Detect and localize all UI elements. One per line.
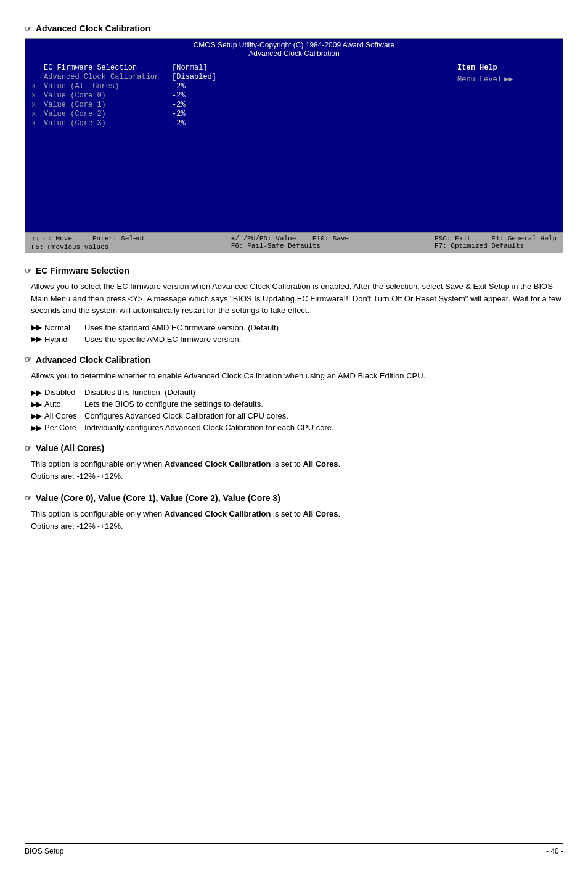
footer-plusminus: +/-/PU/PD: Value F10: Save — [231, 235, 349, 242]
bios-left-panel: EC Firmware Selection [Normal] Advanced … — [25, 60, 452, 232]
acc-option-auto: ▶▶ Auto Lets the BIOS to configure the s… — [31, 399, 563, 409]
acc-option-percore: ▶▶ Per Core Individually configures Adva… — [31, 423, 563, 432]
footer-move-enter: ↑↓→←: Move Enter: Select — [31, 235, 145, 242]
bios-footer: ↑↓→←: Move Enter: Select F5: Previous Va… — [25, 232, 563, 253]
footer-f7: F7: Optimized Defaults — [435, 242, 557, 250]
acc-arrow-icon: ☞ — [25, 355, 32, 364]
ec-firmware-heading: ☞ EC Firmware Selection — [25, 266, 563, 276]
bios-item-value-core0: x Value (Core 0) -2% — [31, 91, 446, 100]
value-allcores-body: This option is configurable only when Ad… — [25, 458, 563, 482]
ec-arrow-icon: ☞ — [25, 266, 32, 276]
acc-option-allcores: ▶▶ All Cores Configures Advanced Clock C… — [31, 411, 563, 420]
value-cores-body: This option is configurable only when Ad… — [25, 508, 563, 532]
bios-item-ec-firmware[interactable]: EC Firmware Selection [Normal] — [31, 63, 446, 72]
ec-heading-text: EC Firmware Selection — [36, 266, 129, 276]
bios-setup-box: CMOS Setup Utility-Copyright (C) 1984-20… — [25, 38, 563, 253]
page-footer: BIOS Setup - 40 - — [25, 843, 563, 856]
footer-f5: F5: Previous Values — [31, 243, 145, 251]
bios-item-value-core2: x Value (Core 2) -2% — [31, 110, 446, 118]
value-allcores-heading-text: Value (All Cores) — [36, 443, 104, 453]
value-cores-arrow: ☞ — [25, 494, 32, 503]
acc-section-heading: ☞ Advanced Clock Calibration — [25, 355, 563, 365]
acc-options: ▶▶ Disabled Disables this function. (Def… — [25, 388, 563, 432]
bios-item-acc[interactable]: Advanced Clock Calibration [Disabled] — [31, 73, 446, 81]
bios-item-value-all: x Value (All Cores) -2% — [31, 82, 446, 91]
bios-header-line2: Advanced Clock Calibration — [25, 49, 563, 58]
footer-page-number: - 40 - — [546, 847, 563, 856]
footer-f6: F6: Fail-Safe Defaults — [231, 242, 349, 250]
menu-level: Menu Level ▶▶ — [457, 75, 558, 84]
bios-main-area: EC Firmware Selection [Normal] Advanced … — [25, 60, 563, 232]
bios-header: CMOS Setup Utility-Copyright (C) 1984-20… — [25, 39, 563, 60]
bios-item-value-core3: x Value (Core 3) -2% — [31, 119, 446, 128]
value-allcores-arrow: ☞ — [25, 444, 32, 453]
acc-body: Allows you to determine whether to enabl… — [25, 370, 563, 382]
bios-right-help-panel: Item Help Menu Level ▶▶ — [452, 60, 563, 232]
bios-item-value-core1: x Value (Core 1) -2% — [31, 100, 446, 109]
acc-option-disabled: ▶▶ Disabled Disables this function. (Def… — [31, 388, 563, 397]
footer-product: BIOS Setup — [25, 847, 63, 856]
main-section-heading: ☞ Advanced Clock Calibration — [25, 23, 563, 33]
item-help-title: Item Help — [457, 63, 558, 72]
acc-heading-text: Advanced Clock Calibration — [36, 355, 150, 365]
ec-firmware-options: ▶▶ Normal Uses the standard AMD EC firmw… — [25, 323, 563, 344]
value-cores-heading: ☞ Value (Core 0), Value (Core 1), Value … — [25, 493, 563, 503]
ec-option-hybrid: ▶▶ Hybrid Uses the specific AMD EC firmw… — [31, 335, 563, 344]
bios-header-line1: CMOS Setup Utility-Copyright (C) 1984-20… — [25, 41, 563, 49]
ec-firmware-body: Allows you to select the EC firmware ver… — [25, 280, 563, 317]
value-allcores-heading: ☞ Value (All Cores) — [25, 443, 563, 453]
main-heading-text: Advanced Clock Calibration — [36, 23, 150, 33]
arrow-icon: ☞ — [25, 24, 32, 33]
ec-option-normal: ▶▶ Normal Uses the standard AMD EC firmw… — [31, 323, 563, 332]
value-cores-heading-text: Value (Core 0), Value (Core 1), Value (C… — [36, 493, 280, 503]
footer-esc-f1: ESC: Exit F1: General Help — [435, 235, 557, 242]
